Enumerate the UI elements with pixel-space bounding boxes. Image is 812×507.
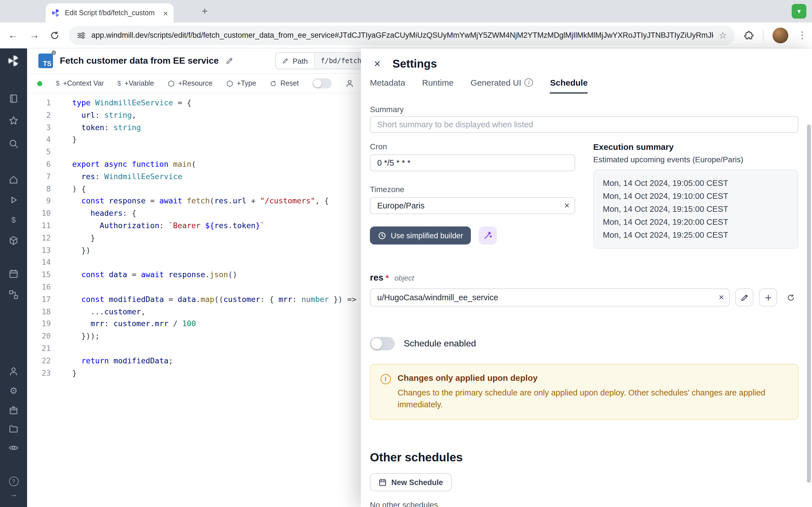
clock-icon [378,231,386,240]
typescript-badge-label: TS [43,60,51,67]
res-field-header: res * object [370,273,799,283]
no-other-schedules-text: No other schedules [370,500,438,507]
add-variable-label: +Variable [124,79,154,87]
new-schedule-button[interactable]: New Schedule [370,473,451,491]
add-resource-button-drawer[interactable] [759,288,777,306]
browser-dropdown-button[interactable]: ▾ [792,4,806,18]
resource-input[interactable] [370,288,730,306]
help-glyph: ? [12,478,15,485]
reset-label: Reset [280,79,299,87]
collapse-sidebar-icon[interactable]: → [0,490,27,499]
tab-title: Edit Script f/bd/fetch_custom [65,9,158,17]
app-sidebar: $ ⚙ ? [0,48,27,507]
browser-menu-icon[interactable]: ⋮ [797,29,805,41]
event-item: Mon, 14 Oct 2024, 19:15:00 CEST [603,203,789,216]
settings-drawer: × Settings Metadata Runtime Generated UI… [361,48,812,507]
clear-resource-icon[interactable]: × [719,293,724,302]
browser-tab[interactable]: Edit Script f/bd/fetch_custom × [46,3,174,22]
ai-cron-wand-button[interactable] [479,226,497,244]
summary-input[interactable] [370,116,799,133]
language-gear-icon[interactable]: ⚙ [51,50,56,56]
dollar-icon: $ [117,79,121,87]
sync-status-dot [37,81,42,86]
chevron-down-icon: ▾ [797,7,801,15]
extensions-icon[interactable] [744,30,754,40]
timezone-input[interactable] [370,197,575,214]
script-title: Fetch customer data from EE service [60,56,219,66]
hexagon-icon [167,80,175,87]
reset-icon [269,80,277,87]
execution-summary-subtitle: Estimated upcoming events (Europe/Paris) [593,155,799,164]
add-context-var-button[interactable]: $ +Context Var [56,79,104,87]
browser-window: Edit Script f/bd/fetch_custom × + ▾ ← → … [0,0,812,507]
toolbar-divider [763,30,763,41]
upcoming-events-box: Mon, 14 Oct 2024, 19:05:00 CEST Mon, 14 … [593,170,799,249]
schedule-enabled-label: Schedule enabled [404,339,476,349]
tab-generated-ui[interactable]: Generated UI i [470,78,533,94]
variables-icon[interactable]: $ [0,215,27,224]
edit-resource-button[interactable] [735,288,753,306]
add-type-button[interactable]: +Type [226,79,256,87]
reload-button[interactable] [50,30,60,40]
forward-button[interactable]: → [28,30,41,41]
res-field-name: res [370,273,384,283]
browser-toolbar: ← → app.windmill.dev/scripts/edit/f/bd/f… [0,22,812,48]
close-icon[interactable]: × [370,56,385,71]
drawer-scrollbar[interactable] [807,124,811,483]
use-simplified-builder-label: Use simplified builder [391,231,463,240]
favorites-star-icon[interactable] [0,115,27,126]
url-text[interactable]: app.windmill.dev/scripts/edit/f/bd/fetch… [91,31,713,40]
audit-logs-eye-icon[interactable] [0,443,27,453]
cron-input[interactable] [370,154,575,171]
settings-gear-icon[interactable]: ⚙ [0,385,27,396]
clear-timezone-icon[interactable]: × [564,201,569,210]
tab-runtime[interactable]: Runtime [422,78,454,94]
reset-button[interactable]: Reset [269,79,299,87]
windmill-logo-icon[interactable] [0,55,27,67]
add-variable-button[interactable]: $ +Variable [117,79,154,87]
path-edit-segment[interactable]: Path [276,53,314,69]
tab-strip: Edit Script f/bd/fetch_custom × + ▾ [0,0,812,22]
search-icon[interactable] [0,138,27,149]
assistant-toggle[interactable] [312,78,332,89]
bookmark-star-icon[interactable]: ☆ [719,30,727,41]
folders-icon[interactable] [0,424,27,434]
event-item: Mon, 14 Oct 2024, 19:10:00 CEST [603,190,789,203]
runs-icon[interactable] [0,195,27,205]
app-content: $ ⚙ ? [0,48,812,507]
resources-icon[interactable] [0,235,27,245]
add-resource-button[interactable]: +Resource [167,79,213,87]
dollar-icon: $ [56,79,59,87]
edit-title-pencil-icon[interactable] [225,57,234,65]
site-settings-icon[interactable] [77,31,86,40]
account-icon[interactable] [0,366,27,376]
flows-icon[interactable] [0,290,27,300]
windmill-favicon-icon [51,8,60,17]
home-icon[interactable] [0,175,27,185]
profile-avatar[interactable] [772,27,788,43]
docs-icon[interactable] [0,94,27,104]
tab-schedule[interactable]: Schedule [550,78,588,94]
res-field-type: object [395,274,414,282]
execution-summary-title: Execution summary [593,142,799,152]
cron-label: Cron [370,142,575,151]
add-resource-label: +Resource [178,79,213,87]
use-simplified-builder-button[interactable]: Use simplified builder [370,226,471,244]
event-item: Mon, 14 Oct 2024, 19:05:00 CEST [603,177,789,190]
event-item: Mon, 14 Oct 2024, 19:25:00 CEST [603,229,789,242]
calendar-icon [378,478,387,487]
url-bar[interactable]: app.windmill.dev/scripts/edit/f/bd/fetch… [69,25,735,45]
tab-close-icon[interactable]: × [163,9,168,17]
workers-icon[interactable] [0,405,27,415]
warning-title: Changes only applied upon deploy [398,373,788,383]
new-tab-button[interactable]: + [199,5,211,17]
summary-label: Summary [370,105,404,114]
refresh-resource-button[interactable] [783,290,799,305]
schedule-enabled-toggle[interactable] [370,337,395,350]
help-icon[interactable]: ? [0,476,27,486]
back-button[interactable]: ← [7,30,19,41]
deploy-warning-banner: ! Changes only applied upon deploy Chang… [370,364,799,420]
tab-metadata[interactable]: Metadata [370,78,405,94]
warning-body: Changes to the primary schedule are only… [398,387,788,411]
schedules-icon[interactable] [0,269,27,279]
